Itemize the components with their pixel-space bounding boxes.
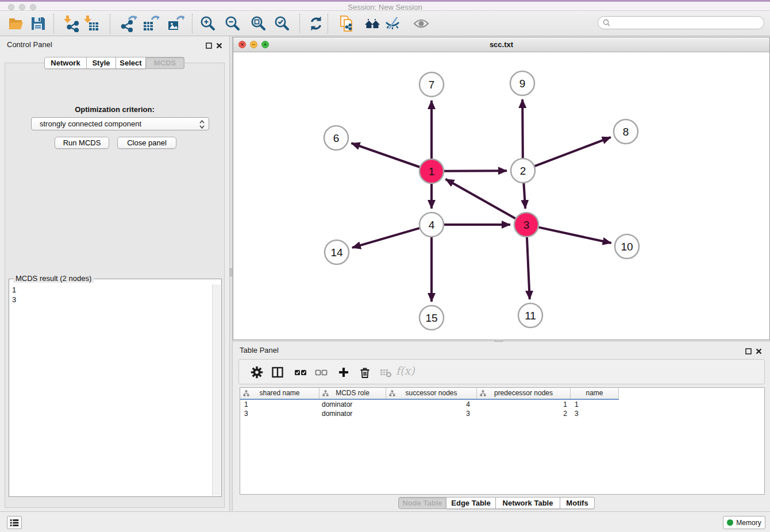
graph-edge-2-3[interactable] [523, 183, 525, 209]
table-row[interactable]: 3 dominator 3 2 3 [240, 409, 764, 418]
function-builder-button[interactable]: f(x) [396, 364, 415, 377]
cell-successor-nodes[interactable]: 4 [386, 400, 477, 409]
cell-mcds-role[interactable]: dominator [319, 400, 386, 409]
first-neighbors-button[interactable] [364, 15, 381, 32]
graph-node-7[interactable]: 7 [419, 72, 444, 97]
select-all-button[interactable] [294, 366, 307, 379]
memory-button[interactable]: Memory [723, 516, 765, 529]
column-header-name[interactable]: name [571, 388, 619, 399]
clone-network-button[interactable] [338, 15, 355, 32]
table-settings-button[interactable] [251, 366, 263, 379]
close-panel-icon[interactable] [756, 346, 763, 354]
cell-name[interactable]: 1 [571, 400, 619, 409]
mcds-result-title: MCDS result (2 nodes) [13, 274, 94, 283]
graph-edge-2-9[interactable] [522, 99, 523, 158]
svg-text:1: 1 [429, 165, 435, 178]
column-header-mcds-role[interactable]: MCDS role [319, 388, 386, 399]
result-scrollbar[interactable] [212, 284, 221, 496]
column-header-successor-nodes[interactable]: successor nodes [386, 388, 477, 399]
zoom-fit-button[interactable] [249, 15, 267, 32]
table-row[interactable]: 1 dominator 4 1 1 [240, 400, 764, 409]
save-session-button[interactable] [29, 15, 47, 32]
mcds-result-text[interactable]: 1 3 [12, 285, 210, 304]
graph-node-6[interactable]: 6 [324, 126, 348, 150]
graph-edge-2-8[interactable] [535, 137, 611, 166]
graph-edge-3-10[interactable] [538, 228, 611, 243]
open-session-button[interactable] [7, 15, 25, 32]
cell-shared-name[interactable]: 3 [240, 409, 319, 418]
close-panel-button[interactable]: Close panel [117, 137, 176, 149]
tab-edge-table[interactable]: Edge Table [446, 497, 496, 509]
zoom-selected-button[interactable] [273, 15, 290, 32]
optimization-criterion-select[interactable]: strongly connected component [31, 117, 209, 130]
graph-edge-1-6[interactable] [351, 143, 419, 167]
graph-node-4[interactable]: 4 [419, 213, 444, 237]
delete-column-button[interactable] [359, 366, 371, 379]
graph-edge-1-2[interactable] [444, 171, 507, 171]
tab-style[interactable]: Style [87, 57, 116, 69]
plus-icon [337, 366, 350, 379]
graph-node-9[interactable]: 9 [510, 71, 534, 95]
float-panel-icon[interactable] [206, 41, 213, 48]
cell-predecessor-nodes[interactable]: 2 [477, 409, 571, 418]
splitter-handle[interactable] [230, 268, 232, 276]
control-panel-header: Control Panel [0, 36, 229, 52]
export-table-button[interactable] [143, 15, 160, 32]
network-maximize-button[interactable]: + [261, 41, 269, 48]
show-columns-button[interactable] [271, 366, 284, 379]
graph-edge-3-1[interactable] [445, 179, 515, 218]
cell-shared-name[interactable]: 1 [240, 400, 319, 409]
graph-node-11[interactable]: 11 [518, 303, 542, 327]
graph-node-1[interactable]: 1 [419, 159, 444, 183]
add-column-button[interactable] [337, 366, 350, 379]
graph-node-15[interactable]: 15 [419, 306, 444, 330]
network-window-titlebar[interactable]: × − + scc.txt [233, 37, 769, 52]
network-graph[interactable]: 7968124314101511 [233, 52, 769, 340]
column-header-predecessor-nodes[interactable]: predecessor nodes [477, 388, 571, 399]
optimization-criterion-label: Optimization criterion: [5, 105, 224, 114]
cell-successor-nodes[interactable]: 3 [386, 409, 477, 418]
import-table-button[interactable] [82, 15, 99, 32]
graph-edge-4-14[interactable] [352, 228, 419, 248]
network-view-window: × − + scc.txt 7968124314101511 [233, 37, 770, 340]
apply-layout-button[interactable] [307, 15, 325, 32]
deselect-all-button[interactable] [315, 366, 328, 379]
svg-text:7: 7 [429, 79, 435, 91]
close-panel-icon[interactable] [216, 41, 224, 48]
zoom-out-button[interactable] [224, 15, 241, 32]
graph-edge-3-11[interactable] [527, 237, 530, 299]
cell-predecessor-nodes[interactable]: 1 [477, 400, 571, 409]
graph-node-2[interactable]: 2 [511, 159, 535, 183]
tab-mcds[interactable]: MCDS [146, 57, 184, 69]
cell-mcds-role[interactable]: dominator [319, 409, 386, 418]
run-mcds-button[interactable]: Run MCDS [55, 137, 109, 149]
tab-motifs[interactable]: Motifs [560, 497, 595, 509]
float-panel-icon[interactable] [745, 346, 753, 354]
task-history-button[interactable] [7, 516, 22, 529]
tab-network[interactable]: Network [44, 57, 87, 69]
cell-name[interactable]: 3 [571, 409, 619, 418]
column-header-shared-name[interactable]: shared name [240, 388, 319, 399]
eye-icon [413, 15, 430, 32]
graph-node-14[interactable]: 14 [325, 240, 349, 264]
hide-selected-button[interactable] [384, 15, 401, 32]
zoom-in-button[interactable] [199, 15, 216, 32]
graph-node-3[interactable]: 3 [514, 213, 538, 237]
tab-node-table[interactable]: Node Table [398, 497, 446, 509]
network-close-button[interactable]: × [238, 41, 246, 48]
search-input[interactable] [613, 19, 759, 27]
search-field[interactable] [598, 16, 764, 29]
tab-network-table[interactable]: Network Table [496, 497, 560, 509]
dropdown-arrows-icon [199, 120, 205, 129]
import-network-button[interactable] [62, 15, 79, 32]
show-all-button[interactable] [413, 15, 430, 32]
graph-node-10[interactable]: 10 [615, 234, 639, 259]
delete-table-button[interactable] [379, 366, 392, 379]
network-minimize-button[interactable]: − [250, 41, 257, 48]
graph-node-8[interactable]: 8 [614, 119, 638, 144]
tab-select[interactable]: Select [116, 57, 146, 69]
zoom-in-icon [199, 15, 216, 32]
export-network-button[interactable] [121, 15, 138, 32]
table-tabs: Node Table Edge Table Network Table Moti… [398, 497, 595, 509]
export-image-button[interactable] [167, 15, 184, 32]
